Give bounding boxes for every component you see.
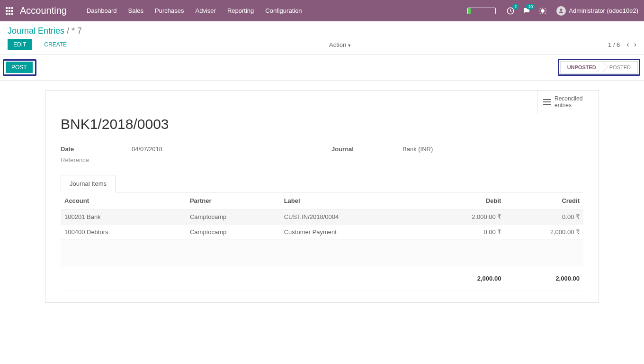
- action-label: Action: [329, 41, 346, 48]
- breadcrumb-current: * 7: [72, 26, 82, 36]
- clock-badge: 2: [512, 4, 519, 9]
- status-bar: Post Unposted Posted: [0, 55, 644, 81]
- cell-partner: Camptocamp: [186, 209, 280, 225]
- chat-badge: 10: [526, 4, 535, 9]
- nav-sales[interactable]: Sales: [123, 7, 150, 14]
- nav-reporting[interactable]: Reporting: [222, 7, 259, 14]
- cell-account: 100201 Bank: [61, 209, 186, 225]
- svg-point-1: [541, 9, 545, 13]
- top-navbar: Accounting Dashboard Sales Purchases Adv…: [0, 0, 644, 21]
- cell-credit: 0.00 ₹: [505, 209, 583, 225]
- nav-links: Dashboard Sales Purchases Adviser Report…: [81, 7, 308, 14]
- form-sheet: Reconciled entries BNK1/2018/0003 Date 0…: [45, 90, 599, 303]
- table-spacer: [61, 240, 583, 266]
- avatar-icon: [556, 6, 566, 16]
- total-credit: 2,000.00: [505, 266, 583, 291]
- progress-indicator[interactable]: [467, 8, 496, 14]
- col-partner[interactable]: Partner: [186, 192, 280, 209]
- pager-text: 1 / 6: [608, 41, 620, 48]
- breadcrumb: Journal Entries / * 7: [8, 26, 636, 36]
- cell-debit: 2,000.00 ₹: [427, 209, 505, 225]
- total-debit: 2,000.00: [427, 266, 505, 291]
- nav-adviser[interactable]: Adviser: [190, 7, 222, 14]
- totals-row: 2,000.00 2,000.00: [61, 266, 583, 291]
- status-steps: Unposted Posted: [560, 61, 638, 73]
- cell-label: CUST.IN/2018/0004: [280, 209, 427, 225]
- record-title: BNK1/2018/0003: [61, 116, 583, 132]
- status-unposted[interactable]: Unposted: [561, 62, 603, 73]
- pager-prev-icon[interactable]: ‹: [626, 40, 629, 49]
- breadcrumb-root[interactable]: Journal Entries: [8, 26, 64, 36]
- tab-journal-items[interactable]: Journal Items: [61, 175, 116, 192]
- brand-title: Accounting: [20, 5, 67, 16]
- reconciled-entries-label: Reconciled entries: [555, 95, 593, 109]
- reconciled-entries-button[interactable]: Reconciled entries: [537, 91, 599, 114]
- nav-dashboard[interactable]: Dashboard: [81, 7, 123, 14]
- date-value: 04/07/2018: [132, 146, 313, 153]
- col-label[interactable]: Label: [280, 192, 427, 209]
- create-button[interactable]: Create: [38, 39, 72, 50]
- list-icon: [543, 99, 551, 105]
- post-button[interactable]: Post: [6, 62, 33, 73]
- reference-label: Reference: [61, 156, 132, 164]
- cell-debit: 0.00 ₹: [427, 225, 505, 240]
- status-highlight-box: Unposted Posted: [558, 59, 640, 76]
- bug-icon[interactable]: [538, 7, 547, 15]
- cell-credit: 2,000.00 ₹: [505, 225, 583, 240]
- post-highlight-box: Post: [3, 59, 36, 76]
- tabs: Journal Items: [61, 175, 583, 192]
- status-posted[interactable]: Posted: [603, 62, 637, 73]
- cell-label: Customer Payment: [280, 225, 427, 240]
- nav-purchases[interactable]: Purchases: [149, 7, 189, 14]
- form-container: Reconciled entries BNK1/2018/0003 Date 0…: [0, 81, 644, 317]
- chat-icon[interactable]: 10: [522, 7, 531, 15]
- journal-items-table: Account Partner Label Debit Credit 10020…: [61, 192, 583, 291]
- clock-icon[interactable]: 2: [506, 7, 515, 15]
- cell-partner: Camptocamp: [186, 225, 280, 240]
- svg-point-2: [560, 9, 563, 11]
- control-panel: Journal Entries / * 7 Edit Create Action…: [0, 21, 644, 55]
- user-name: Administrator (odoo10e2): [569, 7, 638, 14]
- pager-next-icon[interactable]: ›: [634, 40, 636, 49]
- table-row[interactable]: 100400 Debtors Camptocamp Customer Payme…: [61, 225, 583, 240]
- cell-account: 100400 Debtors: [61, 225, 186, 240]
- nav-configuration[interactable]: Configuration: [259, 7, 307, 14]
- col-debit[interactable]: Debit: [427, 192, 505, 209]
- action-dropdown[interactable]: Action▼: [329, 41, 351, 48]
- date-label: Date: [61, 146, 132, 153]
- journal-label: Journal: [331, 146, 402, 153]
- col-credit[interactable]: Credit: [505, 192, 583, 209]
- caret-down-icon: ▼: [347, 43, 351, 48]
- user-menu[interactable]: Administrator (odoo10e2): [556, 6, 638, 16]
- col-account[interactable]: Account: [61, 192, 186, 209]
- journal-value: Bank (INR): [402, 146, 583, 153]
- table-row[interactable]: 100201 Bank Camptocamp CUST.IN/2018/0004…: [61, 209, 583, 225]
- breadcrumb-sep: /: [67, 26, 72, 36]
- apps-icon[interactable]: [6, 7, 13, 15]
- edit-button[interactable]: Edit: [8, 39, 32, 50]
